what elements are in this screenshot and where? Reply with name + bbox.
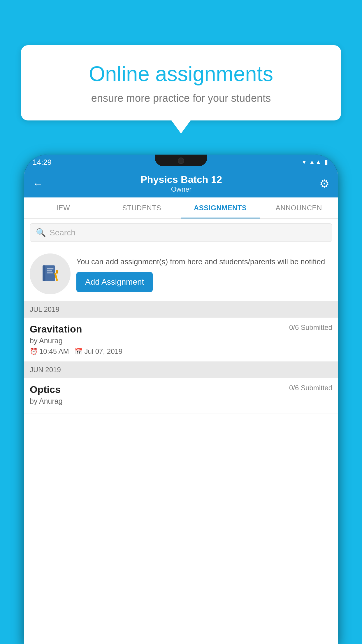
assignment-row-top-optics: Optics 0/6 Submitted bbox=[30, 384, 332, 395]
svg-rect-2 bbox=[47, 268, 53, 269]
status-icons: ▾ ▲▲ ▮ bbox=[303, 158, 328, 166]
screen-content: 🔍 Search bbox=[24, 219, 338, 414]
assignment-name-gravitation: Gravitation bbox=[30, 323, 82, 335]
phone-camera bbox=[178, 158, 184, 164]
search-icon: 🔍 bbox=[36, 228, 46, 237]
search-bar[interactable]: 🔍 Search bbox=[30, 223, 332, 242]
svg-rect-6 bbox=[56, 270, 59, 274]
tab-iew[interactable]: IEW bbox=[24, 197, 103, 218]
assignment-item-optics[interactable]: Optics 0/6 Submitted by Anurag bbox=[24, 378, 338, 414]
tab-announcements[interactable]: ANNOUNCEN bbox=[260, 197, 338, 218]
header-subtitle: Owner bbox=[140, 185, 222, 193]
assignment-time-gravitation: ⏰ 10:45 AM bbox=[30, 347, 69, 356]
assignment-by-optics: by Anurag bbox=[30, 397, 332, 405]
assignment-submitted-optics: 0/6 Submitted bbox=[289, 384, 332, 392]
signal-icon: ▲▲ bbox=[309, 158, 321, 166]
wifi-icon: ▾ bbox=[303, 158, 306, 166]
speech-bubble-subtitle: ensure more practice for your students bbox=[38, 92, 324, 104]
header-title: Physics Batch 12 bbox=[140, 174, 222, 185]
assignment-icon-circle bbox=[30, 253, 71, 294]
phone-screen: ← Physics Batch 12 Owner ⚙ IEW STUDENTS … bbox=[24, 170, 338, 644]
info-card: You can add assignment(s) from here and … bbox=[24, 246, 338, 301]
info-text-container: You can add assignment(s) from here and … bbox=[76, 256, 332, 292]
assignment-date-gravitation: 📅 Jul 07, 2019 bbox=[75, 347, 122, 356]
assignment-item-gravitation[interactable]: Gravitation 0/6 Submitted by Anurag ⏰ 10… bbox=[24, 318, 338, 362]
assignment-submitted-gravitation: 0/6 Submitted bbox=[289, 323, 332, 332]
phone-frame: 14:29 ▾ ▲▲ ▮ ← Physics Batch 12 Owner ⚙ … bbox=[24, 155, 338, 644]
speech-bubble-title: Online assignments bbox=[38, 61, 324, 86]
speech-bubble-container: Online assignments ensure more practice … bbox=[21, 45, 341, 120]
section-header-jun: JUN 2019 bbox=[24, 362, 338, 378]
assignment-row-top: Gravitation 0/6 Submitted bbox=[30, 323, 332, 335]
status-time: 14:29 bbox=[33, 158, 52, 167]
assignment-name-optics: Optics bbox=[30, 384, 61, 395]
info-description: You can add assignment(s) from here and … bbox=[76, 256, 332, 267]
calendar-icon: 📅 bbox=[75, 348, 82, 355]
svg-rect-1 bbox=[43, 265, 45, 281]
assignment-notebook-icon bbox=[40, 264, 60, 284]
svg-rect-3 bbox=[47, 270, 52, 271]
phone-notch bbox=[155, 155, 207, 166]
svg-rect-4 bbox=[47, 272, 53, 273]
section-header-jul: JUL 2019 bbox=[24, 301, 338, 318]
search-container: 🔍 Search bbox=[24, 219, 338, 246]
settings-icon[interactable]: ⚙ bbox=[319, 177, 329, 190]
add-assignment-button[interactable]: Add Assignment bbox=[76, 272, 153, 292]
search-placeholder: Search bbox=[50, 228, 75, 237]
tab-bar: IEW STUDENTS ASSIGNMENTS ANNOUNCEN bbox=[24, 197, 338, 219]
tab-students[interactable]: STUDENTS bbox=[103, 197, 181, 218]
back-button[interactable]: ← bbox=[33, 178, 43, 190]
tab-assignments[interactable]: ASSIGNMENTS bbox=[181, 197, 260, 218]
battery-icon: ▮ bbox=[324, 158, 328, 166]
assignment-by-gravitation: by Anurag bbox=[30, 337, 332, 345]
app-header: ← Physics Batch 12 Owner ⚙ bbox=[24, 170, 338, 197]
speech-bubble: Online assignments ensure more practice … bbox=[21, 45, 341, 120]
assignment-meta-gravitation: ⏰ 10:45 AM 📅 Jul 07, 2019 bbox=[30, 347, 332, 356]
header-center: Physics Batch 12 Owner bbox=[140, 174, 222, 193]
clock-icon: ⏰ bbox=[30, 348, 38, 355]
